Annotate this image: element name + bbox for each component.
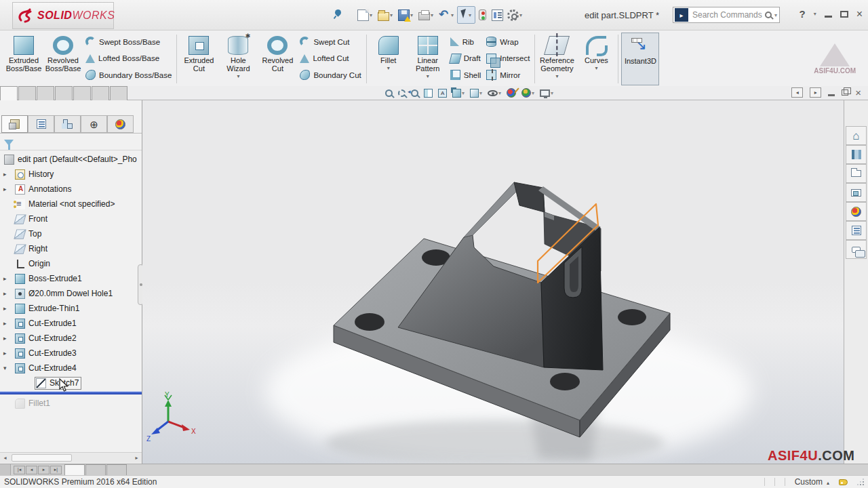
home-icon[interactable] <box>846 126 867 145</box>
dimxpertmanager-tab[interactable] <box>81 115 107 133</box>
instant3d-button[interactable]: Instant3D <box>621 33 659 85</box>
last-tab-button[interactable] <box>50 466 62 474</box>
display-style-icon[interactable] <box>469 88 484 98</box>
custom-properties-icon[interactable] <box>846 221 867 240</box>
collapse-left-pane-button[interactable] <box>791 87 803 98</box>
expand-arrow-icon[interactable]: ▸ <box>3 350 14 357</box>
revolved-boss-base-button[interactable]: Revolved Boss/Base <box>44 33 82 85</box>
options-button[interactable] <box>505 6 526 24</box>
dropdown-caret-icon[interactable] <box>451 12 454 18</box>
dropdown-caret-icon[interactable] <box>370 12 372 18</box>
collapse-right-pane-button[interactable] <box>810 87 821 98</box>
boundary-boss-button[interactable]: Boundary Boss/Base <box>85 69 172 81</box>
tree-item-annotations[interactable]: ▸ Annotations <box>0 182 142 197</box>
print-button[interactable] <box>416 6 437 24</box>
search-caret-icon[interactable] <box>774 12 777 18</box>
edit-appearance-icon[interactable] <box>505 87 517 98</box>
tree-item-sketch7[interactable]: Sketch7 <box>0 375 142 390</box>
reference-geometry-button[interactable]: Reference Geometry <box>538 33 576 85</box>
forum-icon[interactable] <box>846 240 867 259</box>
view-palette-icon[interactable] <box>846 183 867 202</box>
tab-solidworks-add-ins[interactable] <box>110 86 127 100</box>
tree-item-fillet1[interactable]: Fillet1 <box>0 396 142 411</box>
fillet-button[interactable]: Fillet <box>370 33 408 85</box>
expand-arrow-icon[interactable]: ▸ <box>3 186 14 192</box>
units-dropdown[interactable]: Custom <box>795 477 829 487</box>
swept-cut-button[interactable]: Swept Cut <box>300 36 361 47</box>
tab-sketch[interactable] <box>18 86 36 100</box>
tab-direct-editing[interactable] <box>73 86 91 100</box>
displaymanager-tab[interactable] <box>107 115 134 133</box>
tab-features[interactable] <box>0 86 18 100</box>
tree-item-cut-extrude2[interactable]: ▸ Cut-Extrude2 <box>0 331 142 346</box>
lofted-cut-button[interactable]: Lofted Cut <box>300 53 361 64</box>
open-file-button[interactable] <box>376 6 396 24</box>
hole-wizard-button[interactable]: Hole Wizard <box>219 33 257 85</box>
view-orientation-icon[interactable] <box>451 88 466 98</box>
section-view-icon[interactable] <box>422 88 434 98</box>
tree-horizontal-scrollbar[interactable] <box>0 452 142 463</box>
tag-icon[interactable] <box>839 479 848 485</box>
rib-button[interactable]: Rib <box>450 36 481 47</box>
maximize-button[interactable] <box>840 11 848 18</box>
minimize-button[interactable] <box>825 16 832 18</box>
next-tab-button[interactable] <box>38 466 50 474</box>
tree-item-cut-extrude1[interactable]: ▸ Cut-Extrude1 <box>0 316 142 331</box>
help-caret-icon[interactable] <box>814 11 816 17</box>
expand-arrow-icon[interactable]: ▸ <box>3 335 14 342</box>
wrap-button[interactable]: Wrap <box>486 36 530 47</box>
expand-arrow-icon[interactable]: ▸ <box>3 171 14 178</box>
search-icon[interactable] <box>765 12 772 18</box>
tree-item-dowel-hole1[interactable]: ▸ Ø20.0mm Dowel Hole1 <box>0 286 142 301</box>
dropdown-caret-icon[interactable] <box>387 65 390 71</box>
save-button[interactable] <box>396 6 416 24</box>
expand-arrow-icon[interactable]: ▸ <box>3 320 14 327</box>
dropdown-caret-icon[interactable] <box>551 90 553 96</box>
tree-item-right-plane[interactable]: Right <box>0 241 142 256</box>
tree-item-root[interactable]: edit part (Default<<Default>_Pho <box>0 152 142 167</box>
hide-show-items-icon[interactable] <box>486 89 502 97</box>
help-button[interactable]: ? <box>799 8 805 20</box>
pin-icon[interactable] <box>334 9 342 18</box>
dropdown-caret-icon[interactable] <box>532 90 534 96</box>
expand-arrow-icon[interactable]: ▸ <box>3 290 14 297</box>
menu-tools[interactable] <box>193 8 208 12</box>
menu-file[interactable] <box>122 8 137 12</box>
swept-boss-button[interactable]: Swept Boss/Base <box>85 36 172 47</box>
tree-item-cut-extrude3[interactable]: ▸ Cut-Extrude3 <box>0 346 142 361</box>
tab-3d-views[interactable] <box>85 464 106 475</box>
dropdown-caret-icon[interactable] <box>237 73 239 79</box>
menu-window[interactable] <box>210 8 225 12</box>
linear-pattern-button[interactable]: Linear Pattern <box>409 33 447 85</box>
curves-button[interactable]: Curves <box>577 33 615 85</box>
scroll-left-icon[interactable] <box>0 453 10 463</box>
lofted-boss-button[interactable]: Lofted Boss/Base <box>85 53 172 64</box>
menu-help[interactable] <box>228 8 243 12</box>
tree-item-cut-extrude4[interactable]: ▾ Cut-Extrude4 <box>0 361 142 375</box>
expand-arrow-icon[interactable]: ▾ <box>3 365 14 371</box>
featuremanager-tab[interactable] <box>1 115 28 133</box>
scrollbar-thumb[interactable] <box>12 454 72 462</box>
expand-arrow-icon[interactable]: ▸ <box>3 275 14 282</box>
new-file-button[interactable] <box>355 6 376 24</box>
revolved-cut-button[interactable]: Revolved Cut <box>258 33 296 85</box>
boundary-cut-button[interactable]: Boundary Cut <box>300 69 361 81</box>
rollback-bar[interactable] <box>0 391 142 394</box>
search-scope-icon[interactable] <box>675 8 688 22</box>
tree-item-front-plane[interactable]: Front <box>0 211 142 226</box>
design-library-icon[interactable] <box>846 145 867 164</box>
tab-sheet-metal[interactable] <box>37 86 54 100</box>
dropdown-caret-icon[interactable] <box>498 90 501 96</box>
graphics-viewport[interactable]: Y X Z <box>142 100 844 464</box>
appearances-icon[interactable] <box>846 202 867 221</box>
tree-item-material[interactable]: Material <not specified> <box>0 197 142 211</box>
configurationmanager-tab[interactable] <box>54 115 81 133</box>
tree-item-extrude-thin1[interactable]: ▸ Extrude-Thin1 <box>0 301 142 316</box>
3d-drawing-view-icon[interactable] <box>437 88 448 98</box>
dropdown-caret-icon[interactable] <box>595 65 597 71</box>
undo-button[interactable] <box>437 6 457 24</box>
tree-filter-row[interactable] <box>0 136 142 150</box>
menu-view[interactable] <box>157 8 172 12</box>
search-input[interactable] <box>691 9 765 20</box>
doc-close-button[interactable] <box>855 88 861 97</box>
